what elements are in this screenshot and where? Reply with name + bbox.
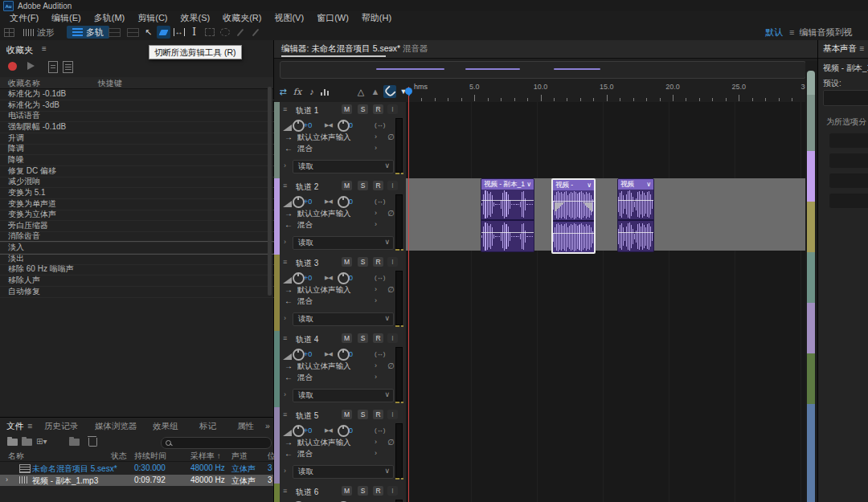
track-output-selector[interactable]: 混合 — [297, 296, 313, 307]
insert-into-multitrack-icon[interactable] — [69, 439, 80, 446]
record-arm-button[interactable]: R — [373, 486, 383, 496]
navigator-track-segment[interactable] — [807, 404, 815, 502]
automation-mode-dropdown[interactable]: 读取∨ — [293, 465, 394, 479]
menu-item-0[interactable]: 文件(F) — [3, 12, 45, 24]
record-arm-button[interactable]: R — [373, 333, 383, 343]
mix-type-button[interactable] — [829, 133, 868, 148]
multitrack-view-button[interactable]: 多轨 — [67, 26, 109, 39]
favorites-list-icon[interactable] — [63, 61, 73, 73]
phase-icon[interactable]: ∅ — [387, 438, 395, 447]
pan-knob[interactable] — [338, 272, 350, 284]
solo-button[interactable]: S — [358, 257, 368, 267]
record-favorite-icon[interactable] — [8, 62, 17, 71]
track-output-selector[interactable]: 混合 — [297, 220, 313, 231]
track-input-selector[interactable]: 默认立体声输入 — [297, 438, 351, 448]
track-output-selector[interactable]: 混合 — [297, 373, 313, 383]
files-tab-0[interactable]: 文件 — [6, 421, 23, 432]
panel-grid-icon[interactable] — [4, 28, 14, 37]
tab-editor[interactable]: 编辑器: 未命名混音项目 5.sesx* — [281, 43, 400, 55]
mute-button[interactable]: M — [342, 257, 352, 267]
mute-button[interactable]: M — [342, 410, 352, 419]
mix-type-button[interactable] — [829, 194, 868, 208]
session-overview-bar[interactable] — [280, 61, 806, 79]
trash-icon[interactable] — [88, 438, 97, 447]
output-chevron-icon[interactable]: › — [375, 449, 377, 457]
file-row[interactable]: ›视频 - 副本_1.mp30:09.79248000 Hz立体声3 — [0, 475, 273, 486]
navigator-track-segment[interactable] — [807, 353, 815, 404]
files-tab-2[interactable]: 媒体浏览器 — [95, 421, 137, 432]
track-lane[interactable] — [406, 102, 805, 178]
play-favorite-icon[interactable] — [27, 62, 35, 70]
files-column-4[interactable]: 声道 — [231, 451, 248, 462]
track-lane[interactable] — [406, 255, 805, 331]
pitch-display-icon[interactable] — [127, 28, 139, 37]
fade-out-handle-icon[interactable] — [583, 202, 592, 212]
solo-safe-icon[interactable]: ▲ — [369, 85, 382, 98]
output-chevron-icon[interactable]: › — [375, 296, 377, 304]
files-column-1[interactable]: 状态 — [111, 451, 127, 462]
playhead-handle[interactable] — [405, 88, 412, 95]
solo-button[interactable]: S — [358, 104, 368, 114]
mix-type-button[interactable] — [829, 173, 868, 188]
fade-in-handle-icon[interactable] — [555, 202, 564, 212]
clip-envelope-line[interactable] — [618, 200, 653, 201]
phase-icon[interactable]: ∅ — [387, 133, 395, 141]
menu-item-1[interactable]: 编辑(E) — [45, 12, 88, 24]
essential-sound-title[interactable]: 基本声音 ≡ — [823, 43, 864, 55]
record-arm-button[interactable]: R — [373, 181, 383, 190]
track-lane[interactable] — [406, 407, 805, 484]
menu-item-7[interactable]: 窗口(W) — [310, 12, 355, 24]
files-tab-overflow-icon[interactable]: » — [265, 421, 270, 431]
menu-item-8[interactable]: 帮助(H) — [355, 12, 398, 24]
output-chevron-icon[interactable]: › — [375, 220, 377, 228]
input-chevron-icon[interactable]: › — [375, 209, 377, 217]
waveform-view-button[interactable]: 波形 — [18, 26, 60, 39]
clip-envelope-line[interactable] — [481, 232, 534, 233]
clip-envelope-line[interactable] — [618, 232, 653, 233]
metronome-icon[interactable]: △ — [354, 85, 367, 98]
workspace-default-tab[interactable]: 默认 — [765, 27, 783, 39]
spot-healing-brush-tool-icon[interactable] — [248, 26, 262, 39]
input-chevron-icon[interactable]: › — [375, 361, 377, 369]
files-panel-menu-icon[interactable]: ≡ — [27, 421, 32, 431]
audio-clip[interactable]: 视频∨ — [617, 178, 654, 252]
audio-clip[interactable]: 视频 - 副本_1∨ — [481, 178, 534, 252]
track-navigator-strip[interactable] — [805, 61, 817, 502]
track-fold-icon[interactable]: › — [284, 467, 286, 475]
volume-knob[interactable] — [293, 120, 305, 132]
menu-item-6[interactable]: 视图(V) — [268, 12, 310, 24]
favorites-col-name[interactable]: 收藏名称 — [8, 78, 40, 89]
paintbrush-tool-icon[interactable] — [233, 26, 247, 39]
mute-button[interactable]: M — [342, 104, 352, 114]
workspace-edit-audio-video-tab[interactable]: 编辑音频到视 — [799, 27, 852, 39]
phase-icon[interactable]: ∅ — [387, 285, 395, 294]
files-column-3[interactable]: 采样率 ↑ — [190, 451, 221, 462]
menu-item-3[interactable]: 剪辑(C) — [131, 12, 174, 24]
solo-button[interactable]: S — [358, 333, 368, 343]
solo-button[interactable]: S — [358, 410, 368, 419]
input-monitor-button[interactable]: I — [387, 486, 398, 496]
new-favorite-icon[interactable] — [48, 61, 58, 73]
snap-toggle-icon[interactable] — [383, 85, 396, 98]
editor-panel-menu-icon[interactable]: ≡ — [389, 44, 394, 53]
track-drag-handle-icon[interactable]: ≡ — [283, 105, 286, 113]
track-output-selector[interactable]: 混合 — [297, 144, 313, 154]
navigator-track-segment[interactable] — [807, 95, 815, 151]
input-chevron-icon[interactable]: › — [375, 285, 377, 293]
record-arm-button[interactable]: R — [373, 104, 383, 114]
automation-mode-dropdown[interactable]: 读取∨ — [293, 236, 394, 250]
files-tab-3[interactable]: 效果组 — [153, 421, 178, 432]
track-name[interactable]: 轨道 4 — [296, 334, 318, 345]
track-lane[interactable]: 视频 - 副本_1∨视频 -∨视频∨ — [406, 178, 805, 255]
output-chevron-icon[interactable]: › — [375, 144, 377, 152]
mute-button[interactable]: M — [342, 181, 352, 190]
navigator-track-segment[interactable] — [807, 202, 815, 252]
file-row[interactable]: 未命名混音项目 5.sesx*0:30.00048000 Hz立体声3 — [0, 463, 273, 474]
record-arm-button[interactable]: R — [373, 257, 383, 267]
track-drag-handle-icon[interactable]: ≡ — [283, 487, 286, 495]
track-drag-handle-icon[interactable]: ≡ — [283, 410, 286, 418]
track-name[interactable]: 轨道 5 — [296, 410, 318, 422]
clip-menu-icon[interactable]: ∨ — [526, 179, 531, 190]
tab-mixer[interactable]: 混音器 — [403, 43, 428, 55]
mute-button[interactable]: M — [342, 486, 352, 496]
